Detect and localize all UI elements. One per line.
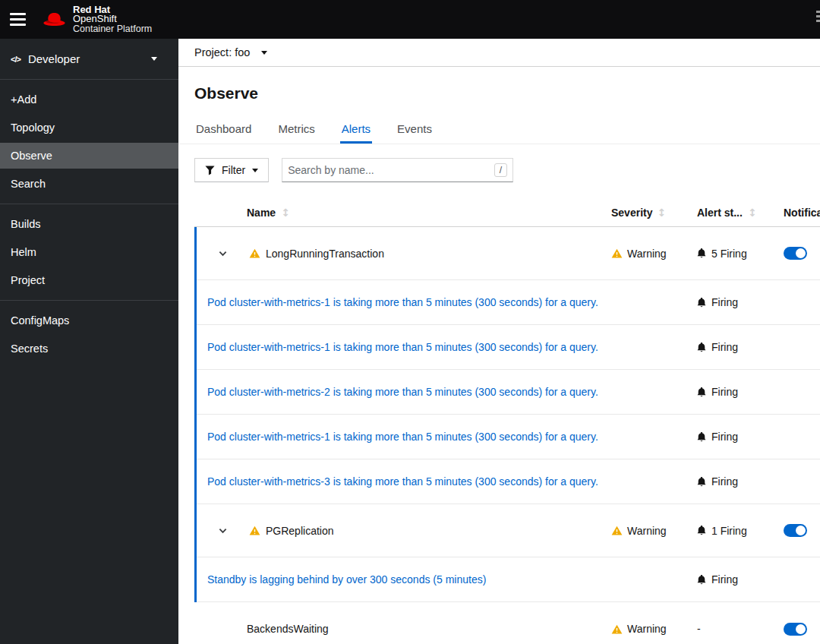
tab-events[interactable]: Events [396, 118, 434, 144]
sidebar: </> Developer +Add Topology Observe Sear… [0, 39, 178, 644]
alert-rule-row: BackendsWaiting Warning - [194, 602, 820, 644]
warning-triangle-icon [611, 248, 623, 258]
severity-label: Warning [627, 248, 667, 260]
column-label: Notifications [784, 207, 820, 219]
notifications-toggle[interactable] [784, 247, 807, 260]
project-selector-label: Project: foo [194, 46, 250, 58]
notifications-toggle[interactable] [784, 524, 807, 537]
alert-description-link[interactable]: Pod cluster-with-metrics-3 is taking mor… [197, 475, 697, 488]
alert-description-link[interactable]: Standby is lagging behind by over 300 se… [197, 573, 697, 586]
nav-toggle-button[interactable] [0, 0, 35, 39]
expand-toggle-chevron-icon[interactable] [219, 528, 227, 534]
alert-state-label: Firing [711, 296, 738, 308]
alert-state-label: Firing [711, 475, 738, 488]
sidebar-item-label: Helm [11, 246, 36, 258]
tab-alerts[interactable]: Alerts [340, 118, 372, 144]
severity-label: Warning [627, 525, 667, 537]
sidebar-item-search[interactable]: Search [0, 171, 178, 197]
nav-divider [0, 204, 178, 204]
project-selector[interactable]: Project: foo [178, 39, 820, 67]
masthead: Red Hat OpenShift Container Platform [0, 0, 820, 39]
alert-state-label: Firing [711, 386, 738, 398]
sidebar-item-label: ConfigMaps [11, 314, 69, 327]
sort-icon: ↕ [281, 207, 290, 218]
sidebar-item-label: Project [11, 274, 45, 286]
alert-description-link[interactable]: Pod cluster-with-metrics-1 is taking mor… [197, 431, 697, 443]
perspective-switcher[interactable]: </> Developer [0, 39, 178, 80]
sort-icon: ↕ [657, 207, 666, 218]
chevron-down-icon [151, 57, 157, 61]
alert-rule-row: LongRunningTransaction Warning 5 Firing [197, 227, 820, 280]
column-header-notifications[interactable]: Notifications [784, 207, 820, 219]
column-header-name[interactable]: Name ↕ [247, 207, 611, 219]
alert-row: Pod cluster-with-metrics-3 is taking mor… [197, 459, 820, 504]
app-window: Red Hat OpenShift Container Platform </>… [0, 0, 820, 644]
sidebar-item-label: Builds [11, 218, 41, 230]
sidebar-item-helm[interactable]: Helm [0, 239, 178, 265]
masthead-overflow-icon[interactable] [816, 11, 820, 22]
brand-line-platform: Container Platform [73, 24, 152, 34]
sidebar-item-configmaps[interactable]: ConfigMaps [0, 308, 178, 333]
filter-dropdown-button[interactable]: Filter [194, 158, 269, 182]
column-header-alert-state[interactable]: Alert st... ↕ [697, 207, 784, 219]
alert-state-label: 1 Firing [711, 525, 747, 537]
redhat-fedora-icon [43, 11, 66, 27]
chevron-down-icon [261, 51, 267, 55]
sidebar-item-builds[interactable]: Builds [0, 211, 178, 237]
alert-description-link[interactable]: Pod cluster-with-metrics-1 is taking mor… [197, 296, 697, 308]
alert-state-label: 5 Firing [711, 248, 747, 260]
alert-row: Pod cluster-with-metrics-1 is taking mor… [197, 325, 820, 370]
alert-rule-group: PGReplication Warning 1 Firing [194, 504, 820, 602]
bell-icon [697, 248, 706, 258]
bell-icon [697, 298, 706, 308]
warning-triangle-icon [249, 526, 260, 535]
column-label: Name [247, 207, 276, 219]
nav-divider [0, 300, 178, 301]
bell-icon [697, 387, 706, 397]
brand-text: Red Hat OpenShift Container Platform [73, 5, 152, 34]
alert-state-label: Firing [711, 341, 738, 353]
alert-description-link[interactable]: Pod cluster-with-metrics-1 is taking mor… [197, 341, 697, 353]
alert-rule-row: PGReplication Warning 1 Firing [197, 504, 820, 557]
sort-icon: ↕ [748, 207, 757, 218]
search-shortcut-badge: / [494, 163, 507, 177]
sidebar-item-add[interactable]: +Add [0, 87, 178, 112]
code-icon: </> [11, 55, 20, 64]
alert-row: Standby is lagging behind by over 300 se… [197, 557, 820, 602]
notifications-toggle[interactable] [784, 623, 807, 636]
toolbar: Filter / [194, 158, 820, 182]
search-input[interactable] [288, 164, 494, 176]
warning-triangle-icon [611, 624, 623, 634]
alert-row: Pod cluster-with-metrics-2 is taking mor… [197, 370, 820, 415]
bell-icon [697, 526, 706, 535]
column-header-severity[interactable]: Severity ↕ [611, 207, 697, 219]
alert-description-link[interactable]: Pod cluster-with-metrics-2 is taking mor… [197, 386, 697, 398]
alert-rule-name: BackendsWaiting [247, 623, 329, 635]
perspective-label: Developer [28, 52, 144, 65]
tab-metrics[interactable]: Metrics [276, 118, 316, 144]
tab-dashboard[interactable]: Dashboard [194, 118, 253, 144]
sidebar-item-label: Topology [11, 122, 55, 134]
severity-label: Warning [627, 623, 667, 635]
sidebar-item-topology[interactable]: Topology [0, 115, 178, 140]
alert-state-label: Firing [711, 431, 738, 443]
alert-rule-group: LongRunningTransaction Warning 5 Firing [194, 227, 820, 504]
sidebar-item-label: Observe [11, 150, 52, 162]
chevron-down-icon [252, 169, 258, 172]
bell-icon [697, 343, 706, 352]
sidebar-item-observe[interactable]: Observe [0, 143, 178, 169]
filter-funnel-icon [205, 166, 215, 175]
sidebar-item-secrets[interactable]: Secrets [0, 336, 178, 361]
alert-rule-name: LongRunningTransaction [266, 248, 384, 260]
filter-label: Filter [222, 164, 245, 176]
sidebar-item-label: +Add [11, 93, 36, 106]
warning-triangle-icon [249, 248, 260, 258]
alert-state-label: Firing [711, 573, 738, 586]
column-label: Alert st... [697, 207, 743, 219]
expand-toggle-chevron-icon[interactable] [219, 251, 227, 257]
brand-line-openshift: OpenShift [73, 14, 152, 24]
tab-bar: Dashboard Metrics Alerts Events [178, 118, 820, 144]
brand-logo[interactable]: Red Hat OpenShift Container Platform [43, 5, 152, 34]
page-title: Observe [194, 84, 820, 103]
sidebar-item-project[interactable]: Project [0, 267, 178, 293]
